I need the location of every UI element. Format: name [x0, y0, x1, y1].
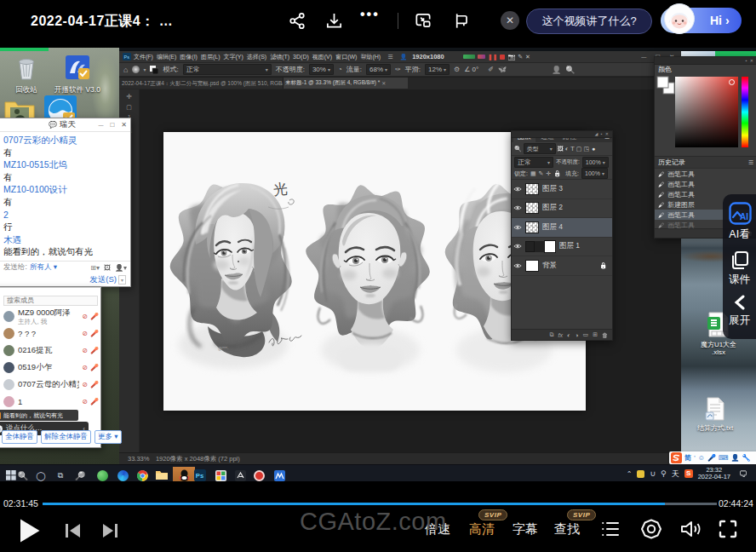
chat-message[interactable]: 有 — [3, 147, 130, 159]
minimize-icon[interactable]: — — [641, 55, 646, 60]
filter-smart-icon[interactable]: ◳ — [583, 146, 589, 152]
quality-button[interactable]: 高清 — [469, 521, 495, 538]
app-tiles-icon[interactable] — [210, 467, 231, 481]
history-menu-icon[interactable]: ☰ — [748, 159, 753, 166]
doc-tab-inactive[interactable]: 2022-04-17正课4：火影二分与宽幅.psd @ 100% (图层 510… — [119, 78, 284, 89]
ps-menu-item[interactable]: 滤镜(T) — [270, 53, 289, 61]
layer-row[interactable]: 图层 3 — [512, 180, 612, 199]
find-button[interactable]: 查找 — [554, 521, 580, 538]
send-options-icon[interactable]: ▾ — [118, 275, 126, 285]
next-button[interactable] — [102, 523, 118, 538]
brush-preset[interactable]: ▾ — [132, 66, 146, 73]
visibility-eye-icon[interactable] — [513, 243, 522, 250]
edge-icon[interactable] — [112, 467, 133, 481]
playlist-icon[interactable] — [600, 519, 621, 539]
cast-icon[interactable] — [451, 11, 471, 31]
history-row[interactable]: 🖌 画笔工具 — [655, 169, 756, 179]
download-icon[interactable] — [324, 11, 344, 31]
lock-move-icon[interactable]: ✛ — [546, 170, 551, 177]
app-blue-m-icon[interactable] — [269, 467, 289, 481]
chat-member-icon[interactable]: 👤▾ — [115, 264, 127, 272]
ime-keyboard-icon[interactable]: ⌨ — [719, 454, 729, 462]
app-green-icon[interactable] — [92, 467, 112, 481]
trash-icon[interactable]: 🗑 — [602, 332, 608, 338]
chat-message[interactable]: 有 — [3, 171, 130, 184]
layers-opacity-select[interactable]: 100%▾ — [582, 157, 609, 168]
fullscreen-icon[interactable] — [719, 520, 737, 538]
foreground-background-swatches[interactable] — [656, 76, 675, 96]
member-search-input[interactable] — [3, 296, 98, 306]
task-view-icon[interactable]: ⧉ — [50, 467, 71, 481]
tab-close-icon[interactable]: ✕ — [381, 80, 386, 86]
layer-thumbnail[interactable] — [525, 221, 539, 233]
ai-watch-button[interactable]: AI — [728, 202, 752, 228]
account-icon[interactable]: 👤 — [399, 54, 407, 60]
ps-search-icon[interactable]: 🔍 — [565, 66, 575, 74]
send-to-select[interactable]: 所有人 ▾ — [30, 262, 57, 273]
ps-menu-item[interactable]: 编辑(E) — [157, 53, 176, 61]
filter-type-icon[interactable]: T — [570, 145, 575, 152]
layer-row[interactable]: 图层 4 — [512, 218, 612, 238]
progress-bar[interactable] — [43, 503, 717, 505]
ps-menu-item[interactable]: 选择(S) — [247, 53, 266, 61]
desktop-icon-txt[interactable]: 结算方式.txt — [693, 397, 737, 432]
more-button[interactable]: 更多 ▾ — [94, 430, 122, 444]
chat-message[interactable]: 0707云彩的小精灵 — [3, 134, 130, 147]
mute-all-button[interactable]: 全体静音 — [2, 430, 37, 444]
explorer-icon[interactable] — [152, 467, 172, 481]
record-pause-icon[interactable]: ❚❚ — [488, 54, 498, 60]
member-row[interactable]: 0519小乍 ⊘ 🎤 — [2, 359, 100, 376]
tray-network-icon[interactable]: ⚲ — [661, 469, 667, 478]
chat-message[interactable]: 有 — [3, 196, 130, 209]
pressure-opacity-icon[interactable]: ◔ — [338, 66, 342, 73]
layer-fx-icon[interactable]: fx — [558, 332, 563, 338]
chat-titlebar[interactable]: 💬 瑞天 — □ ✕ — [0, 118, 130, 132]
send-button[interactable]: 发送(S) — [89, 274, 117, 285]
symmetry-icon[interactable]: 🦋 — [498, 66, 507, 73]
new-layer-icon[interactable]: ⊞ — [593, 331, 598, 338]
chat-close-icon[interactable]: ✕ — [121, 121, 127, 129]
layer-thumbnail[interactable] — [525, 260, 539, 272]
previous-button[interactable] — [65, 523, 81, 538]
hue-strip[interactable] — [742, 77, 748, 147]
ps-menu-item[interactable]: 窗口(W) — [335, 53, 357, 61]
move-tool-icon[interactable]: ✛ — [126, 93, 132, 101]
smooth-select[interactable]: 12%▾ — [425, 64, 450, 75]
ps-menu-item[interactable]: 3D(D) — [293, 54, 309, 60]
search-icon[interactable]: 🔍 — [514, 146, 522, 152]
filter-switch-icon[interactable]: ● — [592, 146, 595, 152]
ai-watch-label[interactable]: AI看 — [723, 227, 756, 242]
visibility-eye-icon[interactable] — [513, 224, 522, 231]
record-screen-icon[interactable] — [640, 518, 662, 540]
record-pen-icon[interactable]: ✎ — [518, 54, 523, 60]
record-close-icon[interactable]: ✕ — [525, 54, 530, 60]
member-row[interactable]: MZ9 0000阿泽 主持人, 我 ⊘ 🎤 — [2, 308, 100, 325]
opacity-select[interactable]: 30%▾ — [309, 64, 334, 75]
share-icon[interactable] — [288, 11, 307, 31]
tray-usb-icon[interactable]: ∪ — [650, 469, 656, 478]
layer-name[interactable]: 背景 — [542, 261, 557, 271]
play-button[interactable] — [19, 518, 41, 543]
visibility-eye-icon[interactable] — [513, 186, 522, 193]
home-icon[interactable]: ⌂ — [123, 66, 128, 74]
unmute-all-button[interactable]: 解除全体静音 — [41, 430, 91, 444]
lock-transparent-icon[interactable]: ▦ — [530, 170, 536, 177]
member-row[interactable]: 0707云母的小精灵 ⊘ 🎤 — [2, 376, 100, 393]
desktop-icon-recycle-bin[interactable]: 回收站 — [7, 55, 46, 95]
taskbar-clock[interactable]: 23:32 2022-04-17 — [698, 467, 730, 480]
photoshop-taskbar-icon[interactable]: Ps — [190, 467, 210, 481]
fill-select[interactable]: 100%▾ — [581, 168, 608, 179]
layer-row[interactable]: 图层 2 — [512, 199, 612, 219]
chat-maximize-icon[interactable]: □ — [110, 121, 114, 129]
subtitle-button[interactable]: 字幕 — [513, 521, 538, 538]
filter-type-select[interactable]: 类型▾ — [524, 143, 556, 154]
chat-message[interactable]: 2 — [3, 209, 130, 221]
chat-message[interactable]: 能看到的，就说句有光 — [3, 245, 130, 258]
lock-all-icon[interactable]: 🔒 — [553, 170, 561, 177]
tray-yellow-icon[interactable] — [637, 470, 644, 478]
filter-adjust-icon[interactable]: ◐ — [565, 146, 569, 152]
chrome-icon[interactable] — [132, 467, 152, 481]
app-dark-icon[interactable] — [230, 467, 250, 481]
expand-label[interactable]: 展开 — [723, 313, 756, 328]
layer-name[interactable]: 图层 4 — [542, 222, 563, 233]
